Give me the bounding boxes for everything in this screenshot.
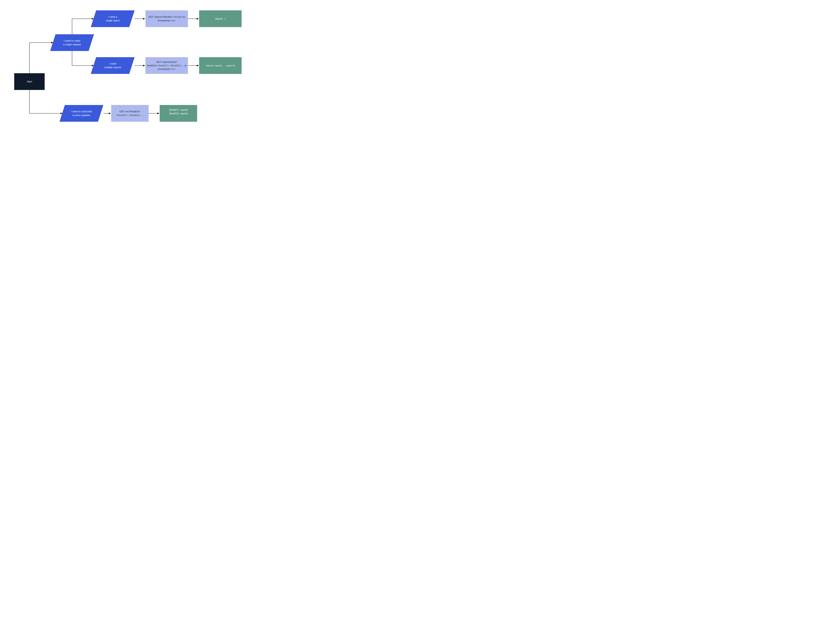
decision-multiple-reports-line1: I need [109, 62, 116, 65]
api-single-line1: GET /reports?feedID=<feedID>& [149, 15, 185, 18]
decision-single-request: I need to make a single request [50, 34, 94, 51]
arrow-single-request-to-single-report [72, 19, 93, 34]
svg-marker-1 [50, 34, 94, 51]
decision-multiple-reports-line2: multiple reports [104, 66, 121, 69]
result-ws-line1: [feedID1, report] [169, 108, 188, 111]
decision-subscribe-line2: to price updates [73, 114, 90, 117]
result-single-label: report{…} [215, 17, 226, 20]
api-single-report: GET /reports?feedID=<feedID>& timestamp=… [145, 10, 188, 27]
result-bulk: [report1, report2, …, report N] [199, 57, 242, 74]
decision-single-request-line2: a single request [63, 43, 81, 46]
start-node: Start [14, 73, 45, 90]
decision-subscribe: I need to subscribe to price updates [60, 105, 103, 122]
result-ws: [feedID1, report] [feedID2, report] … [160, 105, 197, 122]
arrow-start-to-subscribe [29, 90, 62, 113]
svg-marker-4 [91, 57, 135, 74]
api-bulk-line1: GET /reports/bulk? [156, 60, 177, 64]
decision-single-request-line1: I need to make [64, 39, 80, 42]
api-bulk-line3: timestamp=<ts> [158, 68, 176, 70]
decision-single-report-line1: I need a [108, 15, 118, 18]
api-websocket: GET /ws?feedIDs= <feedID1>,<feedID2>,… [111, 105, 149, 122]
result-single: report{…} [199, 10, 242, 27]
api-bulk-line2: feedIDs=<feedID1>,<feedID2>,…& [147, 64, 186, 67]
result-ws-line3: … [177, 116, 180, 119]
decision-single-report-line2: single report [106, 19, 120, 22]
api-ws-line2: <feedID1>,<feedID2>,… [116, 114, 144, 117]
api-single-line2: timestamp=<ts> [158, 19, 176, 22]
start-label: Start [27, 80, 32, 83]
result-ws-line2: [feedID2, report] [169, 112, 188, 115]
flowchart-diagram: Start I need to make a single request I … [0, 0, 261, 126]
decision-subscribe-line1: I need to subscribe [71, 110, 92, 113]
svg-rect-5 [145, 10, 188, 27]
api-bulk-reports: GET /reports/bulk? feedIDs=<feedID1>,<fe… [145, 57, 188, 74]
svg-marker-3 [91, 10, 135, 27]
svg-marker-2 [60, 105, 103, 122]
arrow-start-to-single-request [29, 42, 53, 73]
svg-rect-7 [111, 105, 149, 122]
decision-multiple-reports: I need multiple reports [91, 57, 135, 74]
arrow-single-request-to-multiple-reports [72, 51, 93, 65]
decision-single-report: I need a single report [91, 10, 135, 27]
result-bulk-label: [report1, report2, …, report N] [206, 64, 235, 67]
api-ws-line1: GET /ws?feedIDs= [119, 110, 140, 113]
